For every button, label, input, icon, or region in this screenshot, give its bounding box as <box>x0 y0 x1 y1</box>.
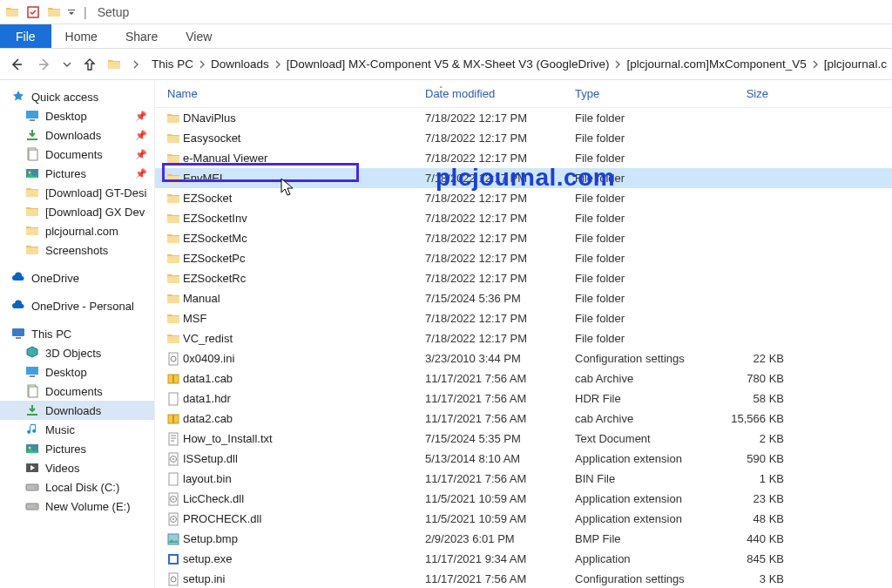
chevron-right-icon[interactable] <box>614 60 621 69</box>
sidebar-item[interactable]: Pictures <box>0 439 154 458</box>
svg-rect-9 <box>16 337 21 339</box>
file-date: 7/18/2022 12:17 PM <box>425 332 575 345</box>
sidebar-item[interactable]: Downloads <box>0 401 154 420</box>
file-size: 590 KB <box>718 452 784 465</box>
file-name: data1.cab <box>183 372 425 385</box>
chevron-right-icon[interactable] <box>274 60 281 69</box>
file-name: Setup.bmp <box>183 532 425 545</box>
file-type: cab Archive <box>575 372 718 385</box>
sidebar-item[interactable]: 3D Objects <box>0 343 154 362</box>
table-row[interactable]: layout.bin11/17/2021 7:56 AMBIN File1 KB <box>155 469 892 489</box>
table-row[interactable]: data2.cab11/17/2021 7:56 AMcab Archive15… <box>155 409 892 429</box>
sidebar-item[interactable]: Desktop📌 <box>0 106 154 125</box>
sidebar-item[interactable]: [Download] GT-Desi <box>0 183 154 202</box>
sidebar-item[interactable]: Screenshots <box>0 240 154 260</box>
svg-rect-8 <box>12 328 24 336</box>
table-row[interactable]: EZSocket7/18/2022 12:17 PMFile folder <box>155 188 892 208</box>
folder-icon <box>3 3 21 21</box>
folder-icon <box>164 232 183 246</box>
recent-dropdown-icon[interactable] <box>61 53 73 76</box>
table-row[interactable]: EZSocketMc7/18/2022 12:17 PMFile folder <box>155 228 892 248</box>
column-size[interactable]: Size <box>702 87 777 100</box>
up-button[interactable] <box>78 53 101 76</box>
chevron-right-icon[interactable] <box>199 60 206 69</box>
table-row[interactable]: ISSetup.dll5/13/2014 8:10 AMApplication … <box>155 449 892 469</box>
dll-icon <box>164 492 183 506</box>
tab-file[interactable]: File <box>0 24 51 48</box>
file-date: 5/13/2014 8:10 AM <box>425 452 575 465</box>
table-row[interactable]: How_to_Install.txt7/15/2024 5:35 PMText … <box>155 429 892 449</box>
file-date: 7/18/2022 12:17 PM <box>425 152 575 165</box>
file-list[interactable]: DNaviPlus7/18/2022 12:17 PMFile folderEa… <box>155 108 892 588</box>
table-row[interactable]: EZSocketInv7/18/2022 12:17 PMFile folder <box>155 208 892 228</box>
breadcrumb-item[interactable]: Downloads <box>207 56 273 72</box>
nav-pane: Quick access Desktop📌Downloads📌Documents… <box>0 80 155 588</box>
table-row[interactable]: DNaviPlus7/18/2022 12:17 PMFile folder <box>155 108 892 128</box>
back-button[interactable] <box>5 53 28 76</box>
sidebar-item[interactable]: Videos <box>0 458 154 477</box>
sidebar-item[interactable]: Pictures📌 <box>0 164 154 183</box>
table-row[interactable]: EZSocketPc7/18/2022 12:17 PMFile folder <box>155 248 892 268</box>
folder-icon <box>106 57 122 72</box>
table-row[interactable]: LicCheck.dll11/5/2021 10:59 AMApplicatio… <box>155 489 892 509</box>
pin-icon: 📌 <box>135 130 147 141</box>
breadcrumb-item[interactable]: This PC <box>148 56 197 72</box>
table-row[interactable]: EnvMEL7/18/2022 12:17 PMFile folder <box>155 168 892 188</box>
sidebar-item[interactable]: Desktop <box>0 362 154 382</box>
sidebar-onedrive-personal[interactable]: OneDrive - Personal <box>0 296 154 315</box>
sidebar-item[interactable]: plcjournal.com <box>0 221 154 240</box>
table-row[interactable]: Manual7/15/2024 5:36 PMFile folder <box>155 288 892 308</box>
sidebar-this-pc[interactable]: This PC <box>0 324 154 343</box>
forward-button[interactable] <box>33 53 56 76</box>
table-row[interactable]: setup.ini11/17/2021 7:56 AMConfiguration… <box>155 569 892 588</box>
table-row[interactable]: data1.hdr11/17/2021 7:56 AMHDR File58 KB <box>155 389 892 409</box>
dll-icon <box>164 512 183 526</box>
tab-share[interactable]: Share <box>112 24 172 48</box>
folder-icon-small <box>45 3 63 21</box>
file-type: Application extension <box>575 512 718 525</box>
table-row[interactable]: data1.cab11/17/2021 7:56 AMcab Archive78… <box>155 368 892 389</box>
svg-rect-5 <box>29 150 37 160</box>
table-row[interactable]: Easysocket7/18/2022 12:17 PMFile folder <box>155 128 892 148</box>
file-date: 11/17/2021 7:56 AM <box>425 392 575 405</box>
sidebar-item[interactable]: Local Disk (C:) <box>0 477 154 497</box>
breadcrumb-item[interactable]: [plcjournal.com]MxCor <box>821 56 887 72</box>
chevron-right-icon[interactable] <box>812 60 819 69</box>
qat-dropdown-icon[interactable] <box>66 3 77 21</box>
sidebar-quick-access[interactable]: Quick access <box>0 87 154 106</box>
table-row[interactable]: VC_redist7/18/2022 12:17 PMFile folder <box>155 328 892 348</box>
table-row[interactable]: MSF7/18/2022 12:17 PMFile folder <box>155 308 892 328</box>
file-date: 11/17/2021 7:56 AM <box>425 412 575 425</box>
sidebar-item[interactable]: Downloads📌 <box>0 125 154 145</box>
file-type: File folder <box>575 132 718 145</box>
file-date: 7/18/2022 12:17 PM <box>425 132 575 145</box>
column-date[interactable]: Date modified <box>425 87 575 100</box>
chevron-right-icon[interactable] <box>131 60 141 69</box>
table-row[interactable]: e-Manual Viewer7/18/2022 12:17 PMFile fo… <box>155 148 892 168</box>
sidebar-item[interactable]: Music <box>0 420 154 439</box>
file-date: 7/15/2024 5:35 PM <box>425 432 575 445</box>
column-name[interactable]: Name <box>155 87 425 100</box>
column-type[interactable]: Type <box>575 87 702 100</box>
tab-view[interactable]: View <box>172 24 226 48</box>
file-name: setup.exe <box>183 552 425 565</box>
sidebar-item[interactable]: Documents <box>0 382 154 401</box>
sidebar-item[interactable]: New Volume (E:) <box>0 497 154 516</box>
file-name: EZSocketPc <box>183 252 425 265</box>
breadcrumb-item[interactable]: [plcjournal.com]MxComponent_V5 <box>623 56 809 72</box>
sidebar-item[interactable]: [Download] GX Dev <box>0 202 154 221</box>
sidebar-item[interactable]: Documents📌 <box>0 145 154 164</box>
file-name: Easysocket <box>183 132 425 145</box>
table-row[interactable]: 0x0409.ini3/23/2010 3:44 PMConfiguration… <box>155 348 892 368</box>
file-size: 440 KB <box>718 532 784 545</box>
tab-home[interactable]: Home <box>51 24 112 48</box>
table-row[interactable]: EZSocketRc7/18/2022 12:17 PMFile folder <box>155 268 892 288</box>
sidebar-onedrive[interactable]: OneDrive <box>0 268 154 287</box>
bmp-icon <box>164 532 183 546</box>
table-row[interactable]: Setup.bmp2/9/2023 6:01 PMBMP File440 KB <box>155 529 892 549</box>
disk-icon <box>24 498 40 514</box>
table-row[interactable]: setup.exe11/17/2021 9:34 AMApplication84… <box>155 549 892 569</box>
properties-icon[interactable] <box>24 3 42 21</box>
breadcrumb-item[interactable]: [Download] MX-Component V5 & MX-Sheet V3… <box>283 56 613 72</box>
table-row[interactable]: PROCHECK.dll11/5/2021 10:59 AMApplicatio… <box>155 509 892 529</box>
